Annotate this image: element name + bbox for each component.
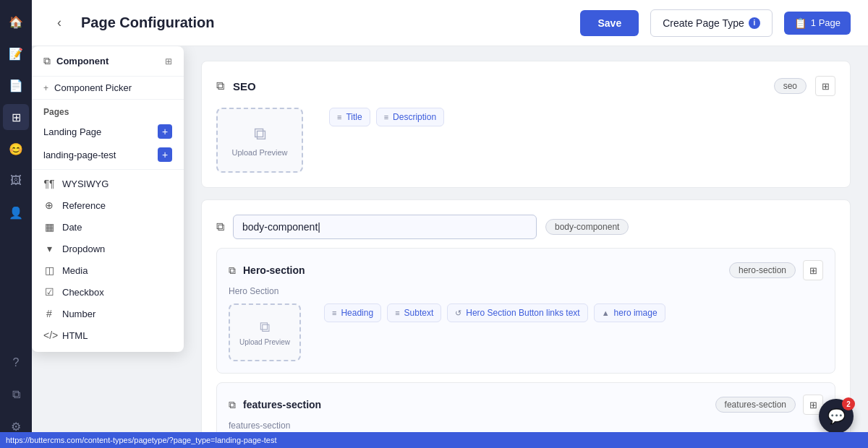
reference-icon: ⊕: [43, 199, 55, 211]
sidebar-icon-blog[interactable]: 📝: [3, 40, 29, 66]
seo-field-title[interactable]: ≡ Title: [329, 108, 370, 126]
component-icon: ⧉: [43, 55, 51, 67]
plus-icon: +: [43, 83, 48, 93]
sidebar-icon-pages[interactable]: 📄: [3, 72, 29, 98]
landing-page-test-add-btn[interactable]: +: [158, 147, 172, 162]
pages-section-label: Pages: [32, 100, 184, 120]
dropdown-item-checkbox[interactable]: ☑ Checkbox: [32, 281, 184, 303]
reference-label: Reference: [62, 200, 106, 211]
dropdown-label: Dropdown: [62, 244, 105, 254]
sidebar-icon-content[interactable]: ⊞: [3, 104, 29, 130]
seo-card-badge: seo: [774, 78, 807, 94]
hero-subtext-label: Subtext: [404, 308, 434, 318]
right-content: ⧉ SEO seo ⊞ ⧉ Upload Preview ≡: [184, 46, 868, 448]
hero-button-links-icon: ↺: [455, 309, 461, 318]
sidebar-icon-image[interactable]: 🖼: [3, 168, 29, 194]
hero-section-title: Hero-section: [243, 264, 722, 276]
body-component-card-icon: ⧉: [216, 220, 224, 233]
seo-card-actions: ⊞: [815, 76, 835, 96]
features-section-header: ⧉ features-section features-section ⊞: [229, 395, 823, 415]
dropdown-panel: ⧉ Component ⊞ + Component Picker Pages L…: [32, 46, 184, 352]
status-bar-url: https://buttercms.com/content-types/page…: [6, 436, 277, 444]
hero-image-label: hero image: [614, 308, 658, 318]
seo-card-action-btn[interactable]: ⊞: [815, 76, 835, 96]
dropdown-item-number[interactable]: # Number: [32, 303, 184, 324]
date-label: Date: [62, 222, 82, 233]
landing-page-add-btn[interactable]: +: [158, 124, 172, 139]
hero-subtext-icon: ≡: [395, 309, 399, 317]
dropdown-icon: ▾: [43, 243, 55, 254]
hero-field-image[interactable]: ▲ hero image: [594, 303, 665, 322]
body-component-input[interactable]: [233, 215, 537, 239]
sidebar-icon-emoji[interactable]: 😊: [3, 136, 29, 162]
features-section-description: features-section: [229, 421, 823, 431]
seo-card-title: SEO: [233, 80, 765, 92]
date-icon: ▦: [43, 221, 55, 233]
info-icon: i: [749, 17, 760, 29]
features-section-icon: ⧉: [229, 399, 236, 411]
dropdown-divider-1: [32, 169, 184, 170]
component-picker-label: Component Picker: [54, 82, 132, 93]
hero-fields-row: ≡ Heading ≡ Subtext ↺ Hero Section Butto…: [324, 303, 665, 322]
sidebar: 🏠 📝 📄 ⊞ 😊 🖼 👤 ? ⧉ ⚙: [0, 0, 32, 448]
hero-upload-icon: ⧉: [260, 319, 270, 335]
media-label: Media: [62, 265, 88, 276]
html-label: HTML: [62, 330, 88, 341]
back-button[interactable]: ‹: [49, 13, 69, 33]
sidebar-icon-users[interactable]: 👤: [3, 199, 29, 225]
body-component-row: ⧉ body-component: [216, 215, 835, 239]
hero-field-button-links[interactable]: ↺ Hero Section Button links text: [447, 303, 587, 322]
checkbox-icon: ☑: [43, 286, 55, 298]
dropdown-item-reference[interactable]: ⊕ Reference: [32, 194, 184, 216]
hero-section-header: ⧉ Hero-section hero-section ⊞: [229, 260, 823, 280]
seo-description-icon: ≡: [384, 113, 388, 121]
sidebar-icon-home[interactable]: 🏠: [3, 9, 29, 35]
hero-upload-preview[interactable]: ⧉ Upload Preview: [229, 303, 301, 361]
number-icon: #: [43, 308, 55, 319]
save-button[interactable]: Save: [580, 10, 639, 36]
dropdown-item-html[interactable]: </> HTML: [32, 324, 184, 346]
landing-page-test-label: landing-page-test: [43, 150, 152, 160]
hero-section-description: Hero Section: [229, 286, 823, 296]
page-count-label: 1 Page: [811, 17, 841, 28]
features-section-title: features-section: [243, 399, 708, 410]
html-icon: </>: [43, 329, 55, 341]
wysiwyg-icon: ¶¶: [43, 178, 55, 189]
seo-upload-preview[interactable]: ⧉ Upload Preview: [216, 108, 303, 173]
landing-page-label: Landing Page: [43, 126, 152, 137]
dropdown-item-media[interactable]: ◫ Media: [32, 259, 184, 281]
body-component-card: ⧉ body-component ⧉ Hero-section hero-sec…: [201, 199, 851, 448]
page-header: ‹ Page Configuration Save Create Page Ty…: [32, 0, 868, 46]
seo-content: ⧉ Upload Preview ≡ Title ≡ Description: [216, 108, 835, 173]
hero-heading-icon: ≡: [332, 309, 336, 317]
hero-heading-label: Heading: [341, 308, 373, 318]
seo-upload-icon: ⧉: [254, 124, 266, 144]
sidebar-icon-layers[interactable]: ⧉: [3, 382, 29, 408]
hero-section-card: ⧉ Hero-section hero-section ⊞ Hero Secti…: [216, 248, 835, 374]
media-icon: ◫: [43, 264, 55, 276]
features-section-badge: features-section: [715, 397, 796, 413]
page-title: Page Configuration: [81, 14, 569, 31]
pages-item-landing[interactable]: Landing Page +: [32, 120, 184, 143]
seo-title-label: Title: [346, 112, 362, 122]
dropdown-item-dropdown[interactable]: ▾ Dropdown: [32, 238, 184, 259]
seo-field-description[interactable]: ≡ Description: [376, 108, 444, 126]
dropdown-header-action[interactable]: ⊞: [165, 56, 172, 66]
sidebar-icon-help[interactable]: ?: [3, 350, 29, 376]
dropdown-sub-header: + Component Picker: [32, 77, 184, 100]
hero-section-action-btn[interactable]: ⊞: [803, 260, 823, 280]
seo-card-header: ⧉ SEO seo ⊞: [216, 76, 835, 96]
hero-section-icon: ⧉: [229, 264, 236, 277]
wysiwyg-label: WYSIWYG: [62, 178, 109, 189]
seo-title-icon: ≡: [337, 113, 341, 121]
dropdown-item-wysiwyg[interactable]: ¶¶ WYSIWYG: [32, 173, 184, 194]
seo-upload-label: Upload Preview: [231, 148, 287, 157]
hero-field-subtext[interactable]: ≡ Subtext: [387, 303, 441, 322]
pages-item-test[interactable]: landing-page-test +: [32, 143, 184, 166]
chat-bubble[interactable]: 💬 2: [819, 399, 854, 434]
create-page-type-button[interactable]: Create Page Type i: [650, 9, 773, 37]
dropdown-item-date[interactable]: ▦ Date: [32, 216, 184, 238]
hero-image-icon: ▲: [602, 309, 610, 317]
hero-field-heading[interactable]: ≡ Heading: [324, 303, 381, 322]
number-label: Number: [62, 309, 95, 319]
